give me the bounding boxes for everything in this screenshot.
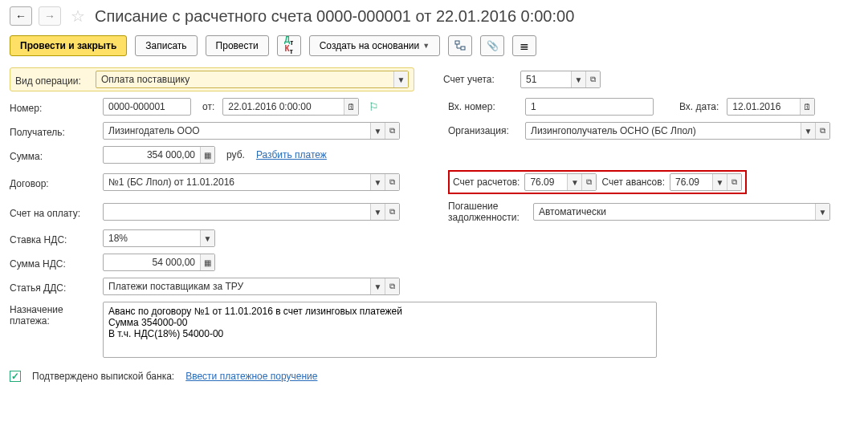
dds-field[interactable]: Платежи поставщикам за ТРУ ▼ — [103, 278, 400, 295]
open-external-icon[interactable] — [585, 71, 600, 87]
purpose-label: Назначение платежа: — [10, 302, 98, 327]
attachments-button[interactable] — [480, 35, 504, 56]
recipient-label: Получатель: — [10, 124, 98, 138]
chevron-down-icon[interactable]: ▼ — [370, 174, 385, 190]
contract-label: Договор: — [10, 176, 98, 189]
chevron-down-icon[interactable]: ▼ — [567, 174, 581, 190]
page-title: Списание с расчетного счета 0000-000001 … — [95, 7, 574, 26]
calendar-icon[interactable] — [800, 99, 814, 115]
repay-select[interactable]: Автоматически ▼ — [533, 203, 830, 221]
structure-button[interactable] — [448, 35, 472, 56]
confirmed-checkbox[interactable]: ✓ — [10, 371, 21, 382]
in-number-label: Вх. номер: — [448, 101, 520, 112]
chevron-down-icon: ▼ — [422, 42, 430, 50]
flag-icon[interactable]: ⚐ — [369, 100, 379, 113]
number-label: Номер: — [10, 100, 98, 114]
currency-label: руб. — [226, 149, 245, 160]
chevron-down-icon[interactable]: ▼ — [815, 204, 829, 220]
chevron-down-icon[interactable]: ▼ — [393, 71, 408, 87]
chevron-down-icon[interactable]: ▼ — [801, 123, 815, 139]
favorite-star-icon[interactable]: ☆ — [71, 6, 85, 26]
in-date-field[interactable]: 12.01.2016 — [727, 98, 815, 116]
in-number-field[interactable]: 1 — [525, 98, 654, 116]
number-field[interactable]: 0000-000001 — [103, 98, 191, 116]
toolbar: Провести и закрыть Записать Провести ДтК… — [10, 35, 858, 56]
contract-field[interactable]: №1 (БС Лпол) от 11.01.2016 ▼ — [103, 173, 400, 191]
dk-icon: ДтКт — [284, 37, 293, 55]
chevron-down-icon[interactable]: ▼ — [571, 71, 585, 87]
settle-acct-field[interactable]: 76.09 ▼ — [524, 173, 597, 191]
save-button[interactable]: Записать — [135, 35, 197, 56]
chevron-down-icon[interactable]: ▼ — [370, 278, 385, 294]
svg-rect-0 — [455, 41, 459, 44]
organization-label: Организация: — [448, 125, 520, 136]
from-label: от: — [202, 101, 214, 112]
op-type-label: Вид операции: — [15, 73, 91, 87]
calculator-icon[interactable]: ▦ — [200, 147, 214, 163]
op-type-select[interactable]: Оплата поставщику ▼ — [96, 71, 409, 88]
chevron-down-icon[interactable]: ▼ — [712, 174, 727, 190]
create-based-button[interactable]: Создать на основании ▼ — [309, 35, 440, 56]
recipient-field[interactable]: Лизингодатель ООО ▼ — [103, 122, 400, 140]
nav-back-button[interactable]: ← — [10, 6, 32, 26]
invoice-field[interactable]: ▼ — [103, 203, 400, 221]
tree-icon — [454, 40, 466, 51]
advance-acct-label: Счет авансов: — [601, 177, 665, 188]
vat-rate-select[interactable]: 18% ▼ — [103, 229, 215, 247]
debit-credit-button[interactable]: ДтКт — [277, 35, 301, 56]
invoice-label: Счет на оплату: — [10, 205, 98, 219]
in-date-label: Вх. дата: — [679, 101, 719, 112]
vat-sum-label: Сумма НДС: — [10, 256, 98, 270]
list-button[interactable] — [512, 35, 536, 56]
open-external-icon[interactable] — [385, 123, 399, 139]
svg-rect-1 — [461, 47, 465, 50]
settle-acct-label: Счет расчетов: — [453, 177, 520, 188]
paperclip-icon — [487, 40, 499, 51]
open-external-icon[interactable] — [581, 174, 596, 190]
nav-forward-button: → — [39, 6, 61, 26]
amount-field[interactable]: 354 000,00 ▦ — [103, 146, 215, 164]
account-field[interactable]: 51 ▼ — [520, 71, 601, 88]
dds-label: Статья ДДС: — [10, 280, 98, 294]
calendar-icon[interactable] — [344, 99, 358, 115]
chevron-down-icon[interactable]: ▼ — [200, 230, 214, 246]
enter-payment-order-link[interactable]: Ввести платежное поручение — [185, 371, 317, 382]
split-payment-link[interactable]: Разбить платеж — [256, 149, 327, 160]
post-and-close-button[interactable]: Провести и закрыть — [10, 35, 127, 56]
open-external-icon[interactable] — [385, 278, 399, 294]
purpose-textarea[interactable] — [103, 302, 657, 358]
confirmed-label: Подтверждено выпиской банка: — [32, 371, 174, 382]
organization-field[interactable]: Лизингополучатель ОСНО (БС Лпол) ▼ — [525, 122, 830, 140]
accounts-highlight-box: Счет расчетов: 76.09 ▼ Счет авансов: 76.… — [448, 170, 747, 194]
open-external-icon[interactable] — [727, 174, 741, 190]
check-icon: ✓ — [10, 371, 21, 382]
vat-rate-label: Ставка НДС: — [10, 232, 98, 245]
advance-acct-field[interactable]: 76.09 ▼ — [670, 173, 742, 191]
vat-sum-field[interactable]: 54 000,00 ▦ — [103, 254, 215, 271]
open-external-icon[interactable] — [815, 123, 829, 139]
chevron-down-icon[interactable]: ▼ — [370, 123, 385, 139]
post-button[interactable]: Провести — [206, 35, 269, 56]
amount-label: Сумма: — [10, 148, 98, 162]
open-external-icon[interactable] — [385, 174, 399, 190]
account-label: Счет учета: — [443, 74, 516, 85]
date-field[interactable]: 22.01.2016 0:00:00 — [222, 98, 359, 116]
repay-label: Погашение задолженности: — [448, 201, 528, 223]
chevron-down-icon[interactable]: ▼ — [370, 204, 385, 220]
list-icon — [520, 39, 529, 52]
open-external-icon[interactable] — [385, 204, 399, 220]
calculator-icon[interactable]: ▦ — [200, 254, 214, 270]
